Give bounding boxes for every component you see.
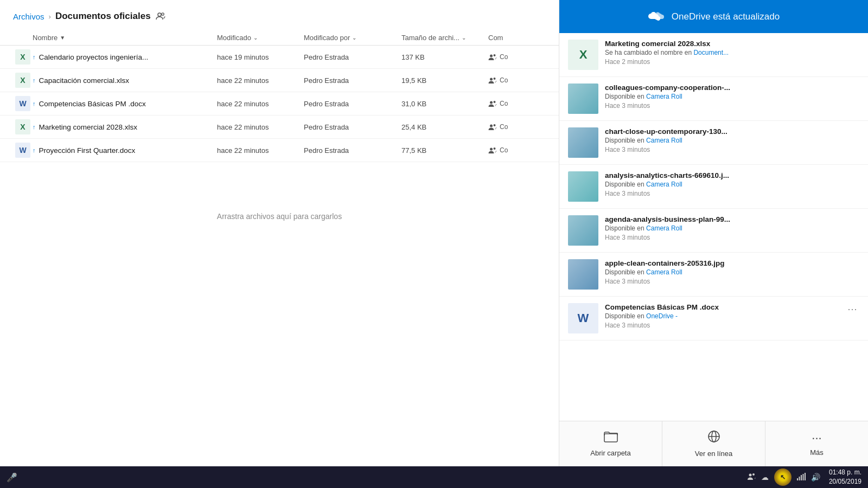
od-item-thumb (568, 127, 598, 158)
od-item-link[interactable]: Camera Roll (646, 93, 682, 100)
od-item-title: colleagues-company-cooperation-... (605, 84, 859, 92)
taskbar: 🎤 ☁ ↖ 🔊 01:48 p. m. 20/05 (0, 466, 868, 488)
od-item[interactable]: agenda-analysis-business-plan-99... Disp… (559, 209, 868, 253)
od-item-thumb (568, 171, 598, 202)
file-sharing: Co (488, 146, 532, 154)
sort-modifiedby-icon: ⌄ (352, 35, 356, 41)
svg-rect-19 (799, 477, 800, 480)
od-item[interactable]: colleagues-company-cooperation-... Dispo… (559, 77, 868, 121)
od-item-content: apple-clean-containers-205316.jpg Dispon… (605, 259, 859, 285)
onedrive-panel: OneDrive está actualizado X Marketing co… (559, 0, 868, 466)
od-item-thumb (568, 259, 598, 290)
svg-point-2 (490, 55, 493, 57)
od-item-time: Hace 2 minutos (605, 58, 859, 66)
od-item-content: Marketing comercial 2028.xlsx Se ha camb… (605, 40, 859, 66)
file-modifiedby: Pedro Estrada (304, 100, 401, 108)
od-item-thumb (568, 84, 598, 114)
breadcrumb-archivos[interactable]: Archivos (13, 12, 44, 21)
file-name-cell: ↑ Capacitación comercial.xlsx (33, 76, 217, 85)
mas-label: Más (810, 448, 824, 457)
file-name-cell: ↑ Calendario proyectos ingeniería... (33, 53, 217, 61)
svg-rect-20 (801, 475, 802, 480)
table-header: Nombre ▼ Modificado ⌄ Modificado por ⌄ T… (0, 30, 559, 46)
od-item-link[interactable]: Camera Roll (646, 137, 682, 144)
taskbar-clock[interactable]: 01:48 p. m. 20/05/2019 (829, 468, 861, 486)
od-item[interactable]: X Marketing comercial 2028.xlsx Se ha ca… (559, 33, 868, 77)
file-name: Calendario proyectos ingeniería... (39, 53, 149, 61)
od-item-time: Hace 3 minutos (605, 278, 859, 285)
file-modifiedby: Pedro Estrada (304, 146, 401, 155)
volume-icon[interactable]: 🔊 (811, 473, 820, 481)
svg-point-7 (494, 101, 496, 103)
table-row[interactable]: X ↑ Marketing comercial 2028.xlsx hace 2… (0, 115, 559, 139)
mas-button[interactable]: ··· Más (765, 421, 868, 466)
svg-point-4 (490, 78, 493, 81)
od-item-title: chart-close-up-contemporary-130... (605, 127, 859, 136)
taskbar-time-text: 01:48 p. m. (829, 468, 861, 477)
onedrive-taskbar-icon[interactable]: ☁ (761, 473, 769, 481)
od-item-title: Competencias Básicas PM .docx (605, 303, 839, 311)
od-item-content: colleagues-company-cooperation-... Dispo… (605, 84, 859, 110)
drop-zone-label: Arrastra archivos aquí para cargarlos (217, 212, 342, 221)
file-type-icon: W (13, 96, 33, 111)
od-item[interactable]: chart-close-up-contemporary-130... Dispo… (559, 121, 868, 165)
microphone-icon[interactable]: 🎤 (7, 472, 17, 483)
od-item-title: apple-clean-containers-205316.jpg (605, 259, 859, 267)
od-item[interactable]: apple-clean-containers-205316.jpg Dispon… (559, 253, 868, 297)
ver-en-linea-button[interactable]: Ver en línea (662, 421, 765, 466)
file-name: Competencias Básicas PM .docx (39, 100, 146, 108)
svg-rect-21 (802, 474, 803, 480)
od-item-link[interactable]: Camera Roll (646, 268, 682, 276)
col-modified-label: Modificado (217, 34, 251, 42)
svg-point-11 (494, 147, 496, 150)
sort-name-icon: ▼ (60, 35, 65, 41)
file-sharing: Co (488, 53, 532, 61)
col-modified-header[interactable]: Modificado ⌄ (217, 34, 304, 42)
people-icon[interactable] (155, 11, 166, 22)
od-item-thumb: X (568, 40, 598, 70)
file-type-icon: X (13, 119, 33, 134)
sync-icon: ↑ (33, 77, 36, 84)
file-size: 19,5 KB (401, 76, 488, 85)
svg-point-17 (752, 473, 755, 476)
file-list: X ↑ Calendario proyectos ingeniería... h… (0, 46, 559, 162)
svg-point-10 (490, 148, 493, 151)
col-com-header[interactable]: Com (488, 34, 532, 42)
od-item-time: Hace 3 minutos (605, 146, 859, 153)
col-com-label: Com (488, 34, 503, 42)
breadcrumb-separator: › (49, 12, 51, 21)
col-modifiedby-header[interactable]: Modificado por ⌄ (304, 34, 401, 42)
file-modifiedby: Pedro Estrada (304, 76, 401, 85)
od-item-link[interactable]: Camera Roll (646, 224, 682, 232)
od-item[interactable]: W Competencias Básicas PM .docx Disponib… (559, 297, 868, 341)
col-size-header[interactable]: Tamaño de archi... ⌄ (401, 34, 488, 42)
col-name-header[interactable]: Nombre ▼ (33, 34, 217, 42)
sync-icon: ↑ (33, 54, 36, 60)
file-name: Capacitación comercial.xlsx (39, 76, 130, 85)
onedrive-title: OneDrive está actualizado (672, 11, 780, 22)
od-item-link[interactable]: Document... (693, 49, 729, 56)
table-row[interactable]: W ↑ Proyección First Quarter.docx hace 2… (0, 139, 559, 162)
od-item-link[interactable]: Camera Roll (646, 181, 682, 188)
od-item-desc: Se ha cambiado el nombre en Document... (605, 49, 859, 56)
abrir-carpeta-button[interactable]: Abrir carpeta (559, 421, 662, 466)
od-item-content: analysis-analytics-charts-669610.j... Di… (605, 171, 859, 197)
od-item-content: Competencias Básicas PM .docx Disponible… (605, 303, 839, 329)
od-item-thumb (568, 215, 598, 246)
od-item-content: agenda-analysis-business-plan-99... Disp… (605, 215, 859, 241)
drop-zone[interactable]: Arrastra archivos aquí para cargarlos (0, 162, 559, 271)
table-row[interactable]: X ↑ Calendario proyectos ingeniería... h… (0, 46, 559, 69)
table-row[interactable]: W ↑ Competencias Básicas PM .docx hace 2… (0, 92, 559, 115)
od-item-time: Hace 3 minutos (605, 102, 859, 110)
od-item-link[interactable]: OneDrive - (646, 312, 678, 320)
od-item[interactable]: analysis-analytics-charts-669610.j... Di… (559, 165, 868, 209)
file-modified: hace 22 minutos (217, 146, 304, 155)
table-row[interactable]: X ↑ Capacitación comercial.xlsx hace 22 … (0, 69, 559, 92)
sort-size-icon: ⌄ (462, 35, 466, 41)
od-item-more[interactable]: ⋯ (845, 303, 859, 315)
od-item-title: agenda-analysis-business-plan-99... (605, 215, 859, 223)
file-modified: hace 22 minutos (217, 100, 304, 108)
file-type-icon: X (13, 49, 33, 65)
svg-point-6 (490, 101, 493, 104)
breadcrumb: Archivos › Documentos oficiales (0, 0, 559, 30)
